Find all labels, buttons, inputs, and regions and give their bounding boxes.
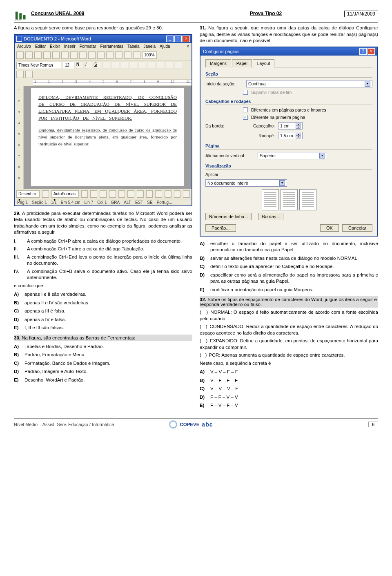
align-left-icon[interactable] (103, 62, 110, 69)
tab-margens[interactable]: Margens (205, 59, 231, 67)
select-icon[interactable] (42, 190, 49, 198)
bullets-icon[interactable] (148, 62, 155, 69)
font-select[interactable]: Times New Roman (16, 62, 61, 69)
dialog-titlebar: Configurar página ? × (200, 47, 377, 56)
diff-odd-even-checkbox[interactable] (243, 107, 248, 112)
cut-icon[interactable] (70, 51, 78, 59)
draw-menu[interactable]: Desenhar ▾ (16, 190, 40, 198)
arrow-icon[interactable] (90, 190, 97, 198)
undo-icon[interactable] (97, 51, 105, 59)
menu-item[interactable]: Formatar (80, 44, 96, 49)
maximize-button[interactable]: □ (174, 36, 182, 42)
page-footer: Nível Médio – Assist. Serv. Educação / I… (14, 418, 378, 429)
line-numbers-button[interactable]: Números de linha... (205, 213, 252, 220)
header-center: Prova Tipo 02 (187, 11, 344, 16)
page-preview (205, 189, 372, 210)
spell-icon[interactable] (61, 51, 69, 59)
page-setup-dialog: Configurar página ? × Margens Papel Layo… (200, 47, 378, 237)
size-select[interactable]: 12 (63, 62, 74, 69)
borders-icon[interactable] (175, 62, 182, 69)
highlight-icon[interactable] (16, 71, 24, 78)
preview-icon[interactable] (52, 51, 60, 59)
redo-icon[interactable] (106, 51, 114, 59)
numbering-icon[interactable] (139, 62, 146, 69)
align-right-icon[interactable] (121, 62, 128, 69)
tab-papel[interactable]: Papel (232, 59, 252, 67)
columns-icon[interactable] (124, 51, 131, 59)
cancel-button[interactable]: Cancelar (342, 224, 372, 232)
group-secao: Seção (205, 71, 372, 78)
textbox-icon[interactable] (118, 190, 125, 198)
zoom-select[interactable]: 100% (142, 51, 157, 59)
intro-29-30: A figura a seguir serve como base para r… (14, 25, 192, 31)
apply-to-select[interactable]: No documento inteiro▾ (205, 179, 287, 187)
print-icon[interactable] (43, 51, 51, 59)
menu-item[interactable]: Ferramentas (100, 44, 123, 49)
align-center-icon[interactable] (112, 62, 119, 69)
clipart-icon[interactable] (146, 190, 153, 198)
status-bar: Pág 1Seção 11/1Em 5,4 cmLin 7Col 1GRAALT… (15, 199, 192, 205)
chevron-down-icon: ▾ (365, 81, 370, 87)
line-icon[interactable] (81, 190, 88, 198)
rectangle-icon[interactable] (100, 190, 107, 198)
borders-button[interactable]: Bordas... (258, 213, 283, 220)
diff-first-page-checkbox[interactable]: ✓ (243, 115, 248, 120)
page-number: 6 (368, 422, 378, 427)
document-page[interactable]: DIPLOMA, DEVIDAMENTE REGISTRADO, DE CONC… (31, 88, 184, 186)
new-icon[interactable] (16, 51, 24, 59)
q31-text: 31. Na figura a seguir, que mostra uma d… (200, 25, 378, 44)
header-date: 11/JAN/2009 (344, 11, 378, 17)
wordart-icon[interactable] (127, 190, 134, 198)
tab-layout[interactable]: Layout (253, 59, 275, 67)
menu-item[interactable]: Editar (35, 44, 46, 49)
italic-icon[interactable]: I (85, 62, 92, 69)
show-marks-icon[interactable] (133, 51, 140, 59)
line-color-icon[interactable] (174, 190, 181, 198)
menu-item[interactable]: Exibir (50, 44, 60, 49)
section-start-select[interactable]: Contínua▾ (246, 80, 372, 87)
font-color-icon[interactable] (25, 71, 33, 78)
picture-icon[interactable] (155, 190, 162, 198)
help-button[interactable]: ? (359, 48, 367, 55)
menu-item[interactable]: Ajuda (160, 44, 170, 49)
menu-item[interactable]: Arquivo (17, 44, 31, 49)
close-button[interactable]: × (183, 36, 190, 42)
default-button[interactable]: Padrão... (205, 224, 236, 232)
menu-item[interactable]: Inserir (64, 44, 76, 49)
close-button[interactable]: × (368, 48, 375, 55)
vertical-align-select[interactable]: Superior▾ (258, 152, 327, 159)
paste-icon[interactable] (88, 51, 96, 59)
fill-color-icon[interactable] (165, 190, 172, 198)
group-pagina: Página (205, 143, 372, 150)
vertical-ruler[interactable]: 123456789 (15, 86, 24, 189)
ok-button[interactable]: OK (320, 224, 339, 232)
copeve-logo: COPEVE abc (169, 420, 213, 429)
menu-item[interactable]: Janela (144, 44, 156, 49)
header-distance-input[interactable]: 1 cm▴▾ (278, 122, 303, 129)
footer-distance-input[interactable]: 1,5 cm▴▾ (278, 132, 303, 139)
decrease-indent-icon[interactable] (157, 62, 164, 69)
menu-item[interactable]: Tabela (127, 44, 139, 49)
copy-icon[interactable] (79, 51, 87, 59)
svg-rect-0 (16, 12, 18, 20)
horizontal-ruler[interactable]: 11234567891011 (33, 79, 192, 86)
q32-heading: 32. Sobre os tipos de espaçamento de car… (200, 296, 378, 308)
svg-rect-2 (23, 15, 26, 19)
justify-icon[interactable] (130, 62, 137, 69)
word-menubar: Arquivo Editar Exibir Inserir Formatar F… (15, 43, 192, 50)
increase-indent-icon[interactable] (166, 62, 173, 69)
diagram-icon[interactable] (137, 190, 144, 198)
bold-icon[interactable]: N (76, 62, 83, 69)
open-icon[interactable] (25, 51, 33, 59)
autoshapes-menu[interactable]: AutoFormas ▾ (51, 190, 79, 198)
underline-icon[interactable]: S (94, 62, 101, 69)
oval-icon[interactable] (109, 190, 116, 198)
minimize-button[interactable]: _ (166, 36, 174, 42)
svg-text:UNEAL: UNEAL (15, 19, 21, 21)
table-icon[interactable] (115, 51, 122, 59)
group-preview: Visualização (205, 163, 372, 170)
word-title: DOCUMENTO 2 - Microsoft Word (24, 36, 91, 41)
save-icon[interactable] (34, 51, 42, 59)
suppress-endnotes-checkbox[interactable] (243, 90, 248, 95)
font-color2-icon[interactable] (183, 190, 190, 198)
